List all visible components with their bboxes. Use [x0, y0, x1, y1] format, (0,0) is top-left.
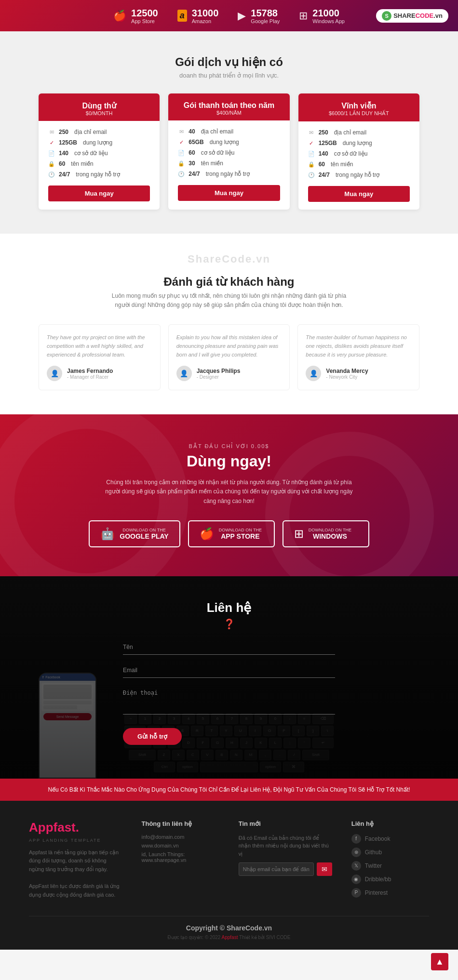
site-logo: S SHARECODE.vn [376, 9, 448, 23]
dl-main-0: GOOGLE PLAY [120, 532, 168, 540]
googleplay-icon: ▶ [238, 10, 246, 22]
social-facebook[interactable]: f Facebook [351, 834, 429, 844]
windows-dl-icon: ⊞ [294, 527, 304, 541]
footer-brand: Appfast. APP LANDING TEMPLATE Appfast là… [29, 820, 122, 901]
lock-icon: 🔒 [48, 161, 55, 167]
info-banner: Nếu Có Bất Kì Thắc Mắc Nào Cho Ứng Dụng … [0, 779, 458, 801]
reviewer-avatar-2: 👤 [306, 366, 321, 381]
card-header-1: Gói thanh toán theo năm $400/NĂM [168, 93, 289, 120]
appstore-icon: 🍎 [113, 10, 126, 22]
email-icon: ✉ [178, 129, 185, 135]
contact-overlay: Liên hệ ❓ Gửi hỗ trợ [0, 576, 458, 779]
pricing-title: Gói dịch vụ hiện có [39, 55, 419, 69]
footer-bottom: Copyright © ShareCode.vn Được tạo quyền:… [29, 916, 429, 940]
footer-copyright: Copyright © ShareCode.vn [29, 924, 429, 932]
feature-row: 🕐24/7trong ngày hỗ trợ [178, 171, 280, 177]
footer-col-title-1: Tin mới [239, 820, 332, 827]
contact-submit-button[interactable]: Gửi hỗ trợ [123, 728, 182, 745]
footer-logo: Appfast. [29, 820, 122, 835]
github-icon: ⊛ [351, 848, 361, 857]
lock-icon: 🔒 [178, 160, 185, 167]
clock-icon: 🕐 [48, 172, 55, 178]
feature-row: 🔒30tên miền [178, 160, 280, 167]
download-googleplay-button[interactable]: 🤖 Download on the GOOGLE PLAY [89, 520, 180, 547]
feature-row: 🕐24/7trong ngày hỗ trợ [48, 171, 150, 178]
reviewer-info-2: Venanda Mercy - Newyork City [326, 368, 368, 380]
stat-windows: ⊞ 21000 Windows App [299, 8, 345, 24]
download-appstore-button[interactable]: 🍎 Download on the APP STORE [188, 520, 275, 547]
social-pinterest[interactable]: P Pinterest [351, 888, 429, 898]
cta-pre-label: BẮT ĐẦU CHỈ VỚI 0.00$ [39, 443, 419, 450]
feature-row: ✉40địa chỉ email [178, 128, 280, 135]
pinterest-icon: P [351, 888, 361, 898]
feature-row: ✓65GBdung lượng [178, 139, 280, 146]
appstore-label: App Store [131, 18, 158, 24]
clock-icon: 🕐 [308, 172, 315, 178]
buy-button-2[interactable]: Mua ngay [308, 186, 410, 202]
footer-link-email[interactable]: info@domain.com [142, 834, 219, 840]
check-icon: ✓ [308, 140, 315, 146]
watermark-section: ShareCode.vn [0, 234, 458, 270]
footer-news-item-0: Đã có Email của bản chúng tôi để nhận th… [239, 834, 332, 858]
pricing-cards: Dùng thử $0/MONTH ✉250địa chỉ email ✓125… [39, 93, 419, 210]
newsletter-submit[interactable]: ✉ [317, 862, 332, 876]
contact-form: Gửi hỗ trợ [123, 639, 335, 745]
feature-row: 🔒60tên miền [48, 160, 150, 167]
reviewer-1: 👤 Jacques Philips - Designer [176, 366, 282, 381]
reviewer-role-0: - Manager of Racer [67, 374, 113, 380]
social-github[interactable]: ⊛ Github [351, 848, 429, 857]
contact-email-input[interactable] [123, 662, 335, 678]
footer-brand-link[interactable]: Appfast [222, 935, 238, 940]
appstore-number: 12500 [131, 8, 158, 18]
plan-name-2: Vĩnh viễn [303, 101, 415, 110]
footer-link-web[interactable]: www.domain.vn [142, 843, 219, 848]
buy-button-0[interactable]: Mua ngay [48, 185, 150, 201]
apple-icon: 🍎 [200, 527, 214, 541]
reviewer-name-1: Jacques Philips [197, 368, 241, 374]
reviewer-info-1: Jacques Philips - Designer [197, 368, 241, 380]
footer-link-launch[interactable]: id, Launch Things: www.sharepage.vn [142, 851, 219, 863]
dl-main-2: WINDOWS [309, 532, 351, 540]
windows-label: Windows App [312, 18, 345, 24]
social-twitter[interactable]: 𝕏 Twitter [351, 861, 429, 871]
cta-description: Chúng tôi trân trọng cảm ơn những lời nh… [104, 478, 354, 506]
plan-price-0: $0/MONTH [43, 110, 155, 116]
feature-row: 🕐24/7trong ngày hỗ trợ [308, 172, 410, 178]
footer-col-contact: Thông tin liên hệ info@domain.com www.do… [142, 820, 219, 901]
dl-sub-2: Download on the [309, 528, 351, 532]
logo-text: SHARECODE.vn [393, 12, 443, 19]
check-icon: ✓ [48, 140, 55, 146]
info-banner-text: Nếu Có Bất Kì Thắc Mắc Nào Cho Ứng Dụng … [19, 786, 439, 793]
check-icon: ✓ [178, 139, 185, 146]
social-dribbble[interactable]: ◉ Dribble/bb [351, 874, 429, 884]
footer-col-social: Liên hệ f Facebook ⊛ Github 𝕏 Twitter ◉ … [351, 820, 429, 901]
cta-section: BẮT ĐẦU CHỈ VỚI 0.00$ Dùng ngay! Chúng t… [0, 414, 458, 576]
feature-row: ✓125GBdung lượng [308, 140, 410, 146]
reviewer-name-2: Venanda Mercy [326, 368, 368, 374]
buy-button-1[interactable]: Mua ngay [178, 185, 280, 201]
stat-googleplay: ▶ 15788 Google Play [238, 8, 280, 24]
review-card-1: Explain to you how all this mistaken ide… [168, 324, 290, 390]
cta-title: Dùng ngay! [39, 452, 419, 470]
reviews-desc: Luôn mong muốn sự phục vụ tốt nhất, nên … [108, 291, 350, 310]
dl-sub-0: Download on the [120, 528, 168, 532]
feature-row: ✉250địa chỉ email [308, 129, 410, 136]
amazon-label: Amazon [192, 18, 219, 24]
reviewer-role-2: - Newyork City [326, 374, 368, 380]
newsletter-input[interactable] [239, 862, 314, 876]
googleplay-number: 15788 [251, 8, 280, 18]
amazon-number: 31000 [192, 8, 219, 18]
contact-title: Liên hệ [207, 600, 252, 615]
twitter-icon: 𝕏 [351, 861, 361, 871]
contact-message-input[interactable] [123, 686, 335, 715]
dl-main-1: APP STORE [219, 532, 262, 540]
review-text-0: They have got my project on time with th… [47, 333, 152, 359]
pricing-card-2: Vĩnh viễn $6000/1 LẦN DUY NHẤT ✉250địa c… [298, 93, 419, 210]
footer-top: Appfast. APP LANDING TEMPLATE Appfast là… [29, 820, 429, 901]
contact-name-input[interactable] [123, 639, 335, 655]
feature-row: 📄140cơ sở dữ liệu [308, 150, 410, 157]
db-icon: 📄 [178, 150, 185, 156]
dl-sub-1: Download on the [219, 528, 262, 532]
footer-credit: Được tạo quyền: © 2022 Appfast Thiết kế … [29, 935, 429, 940]
download-windows-button[interactable]: ⊞ Download on the WINDOWS [283, 520, 369, 547]
